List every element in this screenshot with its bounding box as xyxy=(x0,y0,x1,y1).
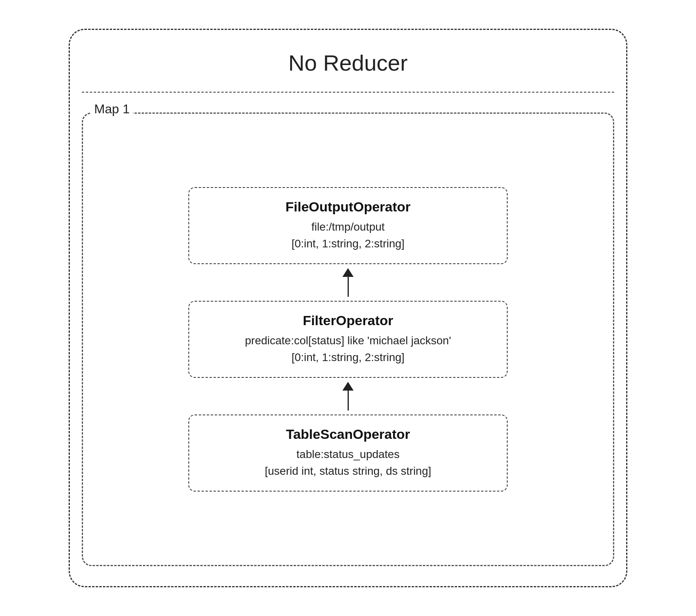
section-divider xyxy=(82,92,614,93)
table-scan-operator-name: TableScanOperator xyxy=(205,426,491,442)
arrow-line-2 xyxy=(348,391,349,411)
file-output-operator-name: FileOutputOperator xyxy=(205,199,491,215)
file-output-operator-box: FileOutputOperator file:/tmp/output [0:i… xyxy=(188,187,508,264)
filter-operator-detail-1: [0:int, 1:string, 2:string] xyxy=(205,349,491,366)
file-output-operator-detail-0: file:/tmp/output xyxy=(205,219,491,235)
table-scan-operator-detail-1: [userid int, status string, ds string] xyxy=(205,463,491,480)
outer-container: No Reducer Map 1 FileOutputOperator file… xyxy=(69,29,627,587)
filter-operator-name: FilterOperator xyxy=(205,313,491,328)
arrow-head-up-1 xyxy=(342,268,354,277)
arrow-tablescan-to-filter xyxy=(342,382,354,411)
table-scan-operator-box: TableScanOperator table:status_updates [… xyxy=(188,415,508,492)
file-output-operator-detail-1: [0:int, 1:string, 2:string] xyxy=(205,235,491,252)
filter-operator-box: FilterOperator predicate:col[status] lik… xyxy=(188,301,508,378)
arrow-line-1 xyxy=(348,277,349,297)
table-scan-operator-detail-0: table:status_updates xyxy=(205,446,491,463)
operators-column: FileOutputOperator file:/tmp/output [0:i… xyxy=(107,187,589,492)
map-container: Map 1 FileOutputOperator file:/tmp/outpu… xyxy=(82,113,614,566)
no-reducer-title: No Reducer xyxy=(70,30,626,92)
arrow-filter-to-fileoutput xyxy=(342,268,354,297)
arrow-head-up-2 xyxy=(342,382,354,391)
filter-operator-detail-0: predicate:col[status] like 'michael jack… xyxy=(205,332,491,349)
map-label: Map 1 xyxy=(91,102,133,116)
